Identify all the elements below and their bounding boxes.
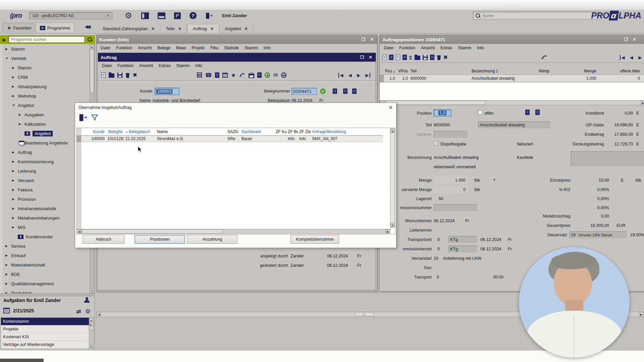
menu-item-stamm[interactable]: Stamm <box>245 46 258 50</box>
dialog-table-row[interactable]: 1000001010128321.02.2025StromMax e.G.SRe… <box>81 135 383 142</box>
calendar-icon[interactable] <box>3 308 10 313</box>
document-add-icon[interactable] <box>525 110 530 115</box>
global-search[interactable] <box>473 12 598 19</box>
position-field[interactable]: 1,0 <box>434 110 451 116</box>
logout-door-icon[interactable] <box>205 12 212 19</box>
column-header-wertp[interactable]: Wertp <box>537 69 568 73</box>
row-selector[interactable] <box>380 75 384 82</box>
favorite-star-icon[interactable] <box>231 72 236 79</box>
dialog-vscrollbar[interactable]: ▲ ▼ <box>390 128 395 228</box>
expand-arrow-icon[interactable]: ▶ <box>12 94 15 98</box>
dialog-hscrollbar[interactable]: ◀ ▶ <box>77 229 390 234</box>
menu-item-ansicht[interactable]: Ansicht <box>138 46 152 50</box>
sum-sigma-icon[interactable] <box>409 55 412 60</box>
komplettübernahme-button[interactable]: Komplettübernahme <box>290 235 339 244</box>
tab-close-icon[interactable]: ✕ <box>210 26 214 31</box>
expand-arrow-icon[interactable]: ▶ <box>12 75 15 79</box>
document-edit-icon[interactable] <box>343 88 347 94</box>
sidebar-splitter[interactable] <box>0 293 95 296</box>
kommissionierzeit-unit-field[interactable]: KTg <box>448 245 477 252</box>
nav-prev-icon[interactable]: ◀ <box>347 73 353 78</box>
transportzeit-unit-field[interactable]: KTg <box>448 236 477 243</box>
tree-item-bde[interactable]: ▶BDE <box>3 269 89 279</box>
nav-next-icon[interactable]: ▶ <box>637 55 643 60</box>
workspace-hscrollbar-thumb[interactable]: ||| <box>355 312 374 316</box>
menu-item-extras[interactable]: Extras <box>440 46 452 50</box>
task-item-kontenstamm[interactable]: Kontenstamm <box>1 318 90 325</box>
person-icon[interactable] <box>84 297 90 303</box>
menge-dropdown-icon[interactable]: ▼ <box>493 178 496 182</box>
task-item-kostenart-kst[interactable]: Kostenart KSt <box>1 333 90 341</box>
nav-next-icon[interactable]: ▶ <box>356 73 362 78</box>
expand-arrow-icon[interactable]: ▶ <box>12 169 15 173</box>
tree-item-qualitätsmanagement[interactable]: ▶Qualitätsmanagement <box>3 279 89 288</box>
column-header-sazg[interactable]: SAZG <box>226 129 240 134</box>
close-icon[interactable]: ✕ <box>369 37 374 42</box>
globe-icon[interactable] <box>281 72 286 78</box>
anzahlung-button[interactable]: Anzahlung <box>187 235 237 244</box>
export-document-icon[interactable] <box>257 72 262 78</box>
dialog-titlebar[interactable]: Übernahme Angebot/Auftrag ✕ <box>75 103 396 112</box>
layout-bottom-panel-icon[interactable] <box>158 12 165 19</box>
program-search-icon[interactable] <box>85 35 95 44</box>
run-program-icon[interactable]: ▶ <box>0 35 9 44</box>
tab-favoriten[interactable]: Favoriten <box>3 23 36 33</box>
menu-item-funktion[interactable]: Funktion <box>399 46 415 50</box>
menu-item-datei[interactable]: Datei <box>384 46 393 50</box>
grid-hscrollbar-thumb[interactable] <box>385 101 486 105</box>
expand-arrow-icon[interactable]: ▶ <box>12 188 15 191</box>
expand-arrow-icon[interactable]: ▶ <box>5 282 9 285</box>
scroll-left-icon[interactable]: ◀ <box>97 312 102 316</box>
scroll-left-icon[interactable]: ◀ <box>77 229 82 234</box>
new-document-icon[interactable] <box>101 72 106 78</box>
tab-standard-zahlungsplan[interactable]: Standard-Zahlungsplan✕ <box>97 24 160 33</box>
tree-item-produktion[interactable]: ▶Produktion <box>3 288 89 293</box>
company-selector[interactable]: 110 - proELECTRO AG ▼ <box>29 12 112 19</box>
dialog-hscrollbar-thumb[interactable] <box>82 229 223 234</box>
print-icon[interactable] <box>249 73 254 78</box>
column-header-sachbearb[interactable]: Sachbearb <box>240 129 274 134</box>
expand-arrow-icon[interactable]: ▶ <box>5 263 9 266</box>
menu-item-stamm[interactable]: Stamm <box>458 46 472 50</box>
save-icon[interactable] <box>117 73 122 78</box>
save-icon[interactable] <box>423 55 428 60</box>
tree-item-webshop[interactable]: ▶Webshop <box>3 91 89 101</box>
open-icon[interactable] <box>109 73 114 78</box>
close-record-icon[interactable] <box>443 54 448 60</box>
column-header-teil[interactable]: Teil <box>409 69 470 73</box>
close-icon[interactable]: ✕ <box>388 105 393 111</box>
column-header-belegdatum[interactable]: ▼Belegdatum <box>124 129 156 134</box>
scroll-down-icon[interactable]: ▼ <box>390 223 394 227</box>
close-icon[interactable]: ✕ <box>368 55 373 60</box>
expand-arrow-icon[interactable]: ▶ <box>5 244 9 248</box>
tab-auftrag[interactable]: Auftrag✕ <box>187 24 219 33</box>
expand-arrow-icon[interactable]: ▶ <box>12 207 15 210</box>
menu-item-belege[interactable]: Belege <box>157 46 170 50</box>
cut-position-icon[interactable] <box>396 55 400 60</box>
auftrag-titlebar[interactable]: Auftrag ❐ ✕ <box>98 53 376 62</box>
positions-titlebar[interactable]: Auftragspositionen 10204471 ❐ ✕ <box>380 35 644 44</box>
close-icon[interactable]: ✕ <box>632 37 637 42</box>
menu-item-funktion[interactable]: Funktion <box>117 63 133 68</box>
tree-item-absatzplanung[interactable]: ▶Absatzplanung <box>3 82 89 91</box>
scroll-down-icon[interactable]: ▼ <box>89 345 93 349</box>
column-header-belegnr[interactable]: BelegNr <box>106 129 124 134</box>
column-header-zf-kur[interactable]: ZF Kur <box>274 129 286 134</box>
tab-programme[interactable]: o Programme <box>36 23 74 33</box>
position-table-icon[interactable] <box>402 55 407 60</box>
row-selector[interactable] <box>77 135 81 142</box>
menu-item-datei[interactable]: Datei <box>101 46 110 50</box>
tree-item-materialwirtschaft[interactable]: ▶Materialwirtschaft <box>3 260 89 269</box>
expand-arrow-icon[interactable]: ▶ <box>19 113 22 116</box>
program-search-input[interactable] <box>9 36 85 43</box>
scroll-up-icon[interactable]: ▲ <box>89 318 93 322</box>
tree-item-crm[interactable]: ▶CRM <box>3 72 89 82</box>
scroll-right-icon[interactable]: ▶ <box>639 312 644 316</box>
kunde-field[interactable]: 100003 <box>155 88 179 95</box>
menu-item-info[interactable]: Info <box>195 63 202 68</box>
expand-arrow-icon[interactable]: ▶ <box>5 47 9 51</box>
menu-item-statistik[interactable]: Statistik <box>224 46 239 50</box>
tree-item-stamm[interactable]: ▶Stamm <box>3 44 89 54</box>
transfer-icon[interactable] <box>79 114 87 122</box>
expand-arrow-icon[interactable]: ▶ <box>12 66 15 69</box>
